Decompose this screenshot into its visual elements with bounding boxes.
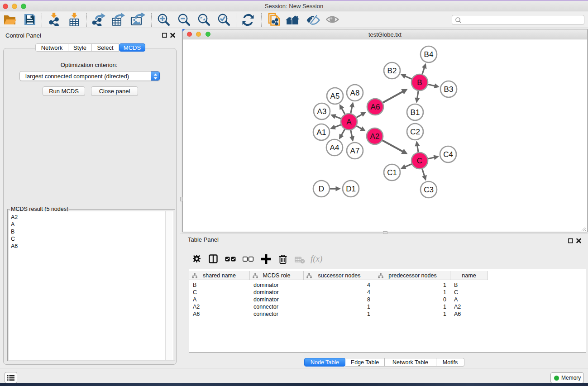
svg-text:D: D [319,185,324,193]
svg-text:D1: D1 [346,185,356,193]
svg-text:A6: A6 [371,103,380,111]
svg-text:A3: A3 [317,107,327,116]
svg-text:A7: A7 [350,147,360,155]
svg-text:B: B [417,78,422,87]
svg-text:B2: B2 [387,67,397,75]
svg-text:C1: C1 [387,168,397,177]
svg-text:A2: A2 [370,132,380,141]
svg-text:A5: A5 [330,92,340,100]
svg-text:C: C [417,157,422,165]
svg-text:B4: B4 [424,50,434,59]
svg-text:A4: A4 [330,143,339,152]
svg-text:A8: A8 [350,89,360,97]
svg-text:B3: B3 [444,85,454,94]
svg-text:C4: C4 [443,150,453,159]
svg-text:B1: B1 [411,108,420,117]
svg-text:C2: C2 [410,128,420,136]
svg-text:A: A [346,118,352,126]
svg-text:A1: A1 [317,128,326,137]
svg-text:C3: C3 [424,186,434,194]
